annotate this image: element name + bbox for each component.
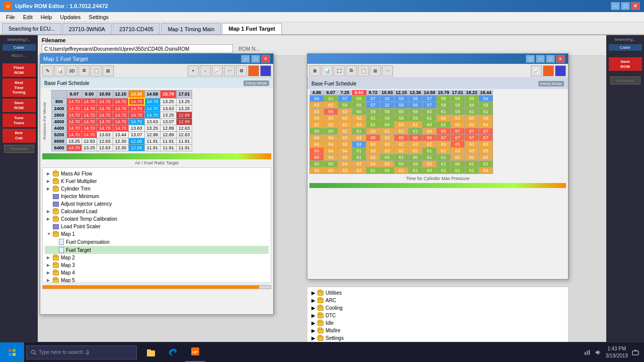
- rom-tree-settings[interactable]: ▶ Settings: [309, 334, 566, 342]
- tb-zoom-in[interactable]: +: [188, 65, 199, 76]
- bfs-cell[interactable]: 65: [366, 135, 380, 141]
- cell[interactable]: 12.63: [97, 145, 113, 151]
- tb-settings[interactable]: ⚙: [236, 65, 247, 76]
- tb-grid[interactable]: ⊞: [103, 65, 114, 76]
- tree-item-coolant[interactable]: ▶ Coolant Temp Calibration: [45, 215, 269, 223]
- cell[interactable]: 14.70: [82, 119, 97, 125]
- tree-item-kfuel[interactable]: ▶ K Fuel Multiplier: [45, 177, 269, 185]
- bfs-cell[interactable]: 59: [479, 102, 493, 109]
- bfs-cell[interactable]: 61: [423, 115, 437, 122]
- bfs-minimize[interactable]: ─: [536, 55, 545, 63]
- bfs-cell[interactable]: 63: [338, 141, 352, 148]
- bfs-cell[interactable]: 64: [479, 122, 493, 128]
- flash-rom-button[interactable]: FlashROM: [3, 63, 36, 77]
- cell[interactable]: 11.91: [176, 145, 192, 151]
- bfs-cell[interactable]: 63: [366, 148, 380, 154]
- map1-close[interactable]: ✕: [261, 55, 270, 63]
- bfs-cell[interactable]: 60: [324, 128, 338, 135]
- tb-paste[interactable]: 📋: [91, 65, 102, 76]
- cell[interactable]: 12.30: [113, 138, 129, 145]
- bfs-cell[interactable]: 61: [437, 122, 451, 128]
- bfs-cell[interactable]: 64: [338, 148, 352, 154]
- bfs-cell[interactable]: 61: [352, 128, 366, 135]
- bfs-cell[interactable]: 63: [409, 148, 423, 154]
- bfs-cell[interactable]: 53: [352, 141, 366, 148]
- bfs-cell[interactable]: 67: [451, 135, 465, 141]
- bfs-cell[interactable]: 61: [479, 161, 493, 167]
- bfs-cell[interactable]: 67: [479, 135, 493, 141]
- taskbar-app-explorer[interactable]: [141, 342, 161, 363]
- cell[interactable]: 13.63: [144, 119, 160, 125]
- bfs-cell[interactable]: 62: [380, 128, 394, 135]
- cell[interactable]: 11.91: [160, 145, 177, 151]
- clock[interactable]: 1:43 PM 3/19/2019: [606, 345, 628, 359]
- bfs-cell[interactable]: 61: [437, 167, 451, 174]
- bfs-cell[interactable]: 63: [366, 128, 380, 135]
- cell[interactable]: 12.89: [160, 125, 177, 132]
- cell[interactable]: 13.25: [176, 98, 192, 105]
- bfs-cell[interactable]: 64: [324, 154, 338, 161]
- taskbar-app-uprev[interactable]: UP: [185, 342, 205, 363]
- cell[interactable]: 13.25: [82, 145, 97, 151]
- bfs-cell[interactable]: 55: [394, 102, 409, 109]
- cell[interactable]: 14.70: [113, 125, 129, 132]
- tb-edit[interactable]: ✎: [42, 65, 53, 76]
- bfs-cell[interactable]: 61: [479, 109, 493, 115]
- bfs-cell[interactable]: 54: [479, 96, 493, 102]
- bfs-cell[interactable]: 54: [310, 96, 324, 102]
- bfs-cell[interactable]: 58: [437, 102, 451, 109]
- bfs-cell[interactable]: 63: [366, 141, 380, 148]
- cell[interactable]: 14.70: [67, 112, 82, 119]
- bfs-cell[interactable]: 62: [338, 128, 352, 135]
- bfs-cell[interactable]: 64: [310, 135, 324, 141]
- bfs-cell[interactable]: 61: [423, 154, 437, 161]
- cell[interactable]: 14.70: [82, 112, 97, 119]
- cell[interactable]: 12.63: [176, 125, 192, 132]
- bfs-cell[interactable]: 66: [409, 135, 423, 141]
- bfs-tb7[interactable]: ⋯: [382, 65, 393, 76]
- bfs-cell[interactable]: 65: [324, 109, 338, 115]
- bfs-cell[interactable]: 63: [380, 135, 394, 141]
- bfs-cell[interactable]: 62: [409, 122, 423, 128]
- real-time-tuning-button[interactable]: RealTimeTuning: [3, 78, 36, 97]
- bfs-cell[interactable]: 62: [465, 154, 479, 161]
- bfs-cell[interactable]: 59: [352, 96, 366, 102]
- tab-searching[interactable]: Searching for ECU...: [2, 23, 61, 34]
- bfs-cell[interactable]: 60: [394, 109, 409, 115]
- bfs-cell[interactable]: 61: [451, 167, 465, 174]
- tree-item-cyl-trim[interactable]: ▶ Cylinder Trim: [45, 185, 269, 193]
- bfs-cell[interactable]: 61: [465, 167, 479, 174]
- bfs-cell[interactable]: 63: [324, 115, 338, 122]
- bfs-cell[interactable]: 63: [310, 115, 324, 122]
- bfs-cell[interactable]: 63: [338, 167, 352, 174]
- rom-tree-cooling[interactable]: ▶ Cooling: [309, 304, 566, 312]
- cell[interactable]: 14.70: [82, 132, 97, 138]
- bfs-cell[interactable]: 59: [465, 96, 479, 102]
- bfs-cell[interactable]: 59: [366, 109, 380, 115]
- tb-gradient[interactable]: [248, 65, 259, 76]
- cell[interactable]: 14.70: [97, 119, 113, 125]
- bfs-cell[interactable]: 60: [394, 161, 409, 167]
- cell[interactable]: 12.63: [97, 138, 113, 145]
- bfs-cell[interactable]: 64: [324, 141, 338, 148]
- bfs-cell[interactable]: 65: [394, 135, 409, 141]
- bfs-cell[interactable]: 62: [394, 128, 409, 135]
- cell[interactable]: 12.89: [160, 132, 177, 138]
- bfs-cell[interactable]: 61: [409, 167, 423, 174]
- tb-copy[interactable]: ⧉: [78, 65, 90, 76]
- bfs-cell[interactable]: 62: [310, 122, 324, 128]
- bfs-cell[interactable]: 57: [366, 102, 380, 109]
- bfs-cell[interactable]: 63: [394, 122, 409, 128]
- rom-tree-idle[interactable]: ▶ Idle: [309, 319, 566, 327]
- bfs-cell[interactable]: 60: [409, 154, 423, 161]
- rom-tree-dtc[interactable]: ▶ DTC: [309, 312, 566, 319]
- taskbar-app-edge[interactable]: [163, 342, 183, 363]
- cell[interactable]: 13.25: [176, 105, 192, 112]
- bfs-cell[interactable]: 59: [465, 102, 479, 109]
- cell[interactable]: 11.91: [176, 138, 192, 145]
- bfs-cell[interactable]: 61: [437, 154, 451, 161]
- bfs-cell[interactable]: 60: [380, 167, 394, 174]
- cell[interactable]: 12.89: [176, 112, 192, 119]
- rom-tree-misfire[interactable]: ▶ Misfire: [309, 327, 566, 334]
- bfs-cell[interactable]: 61: [366, 122, 380, 128]
